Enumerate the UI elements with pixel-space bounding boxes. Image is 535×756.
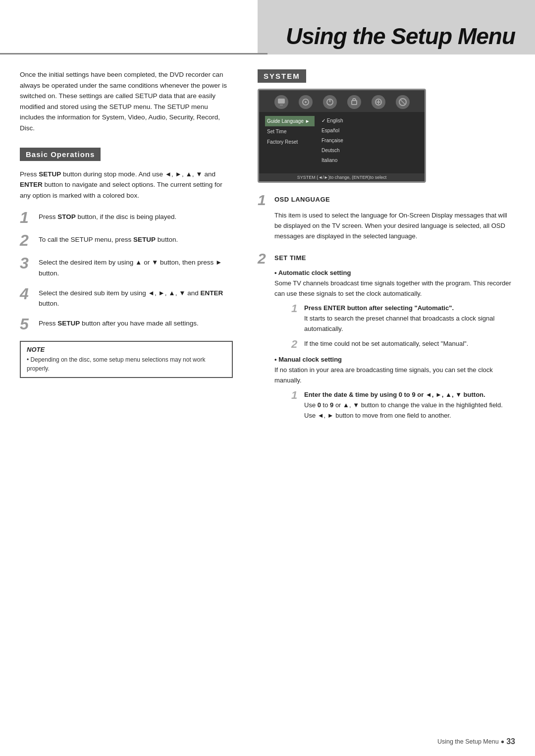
svg-point-3 bbox=[305, 101, 307, 103]
auto-sub-text-1: Press ENTER button after selecting "Auto… bbox=[304, 303, 515, 334]
system-header: SYSTEM bbox=[258, 69, 306, 83]
auto-sub-step-1: 1 Press ENTER button after selecting "Au… bbox=[291, 303, 515, 334]
tv-lang-italiano: Italiano bbox=[320, 156, 419, 165]
step-num-5: 5 bbox=[20, 316, 34, 332]
auto-sub-text-2: If the time could not be set automatical… bbox=[304, 339, 468, 349]
auto-sub-steps: 1 Press ENTER button after selecting "Au… bbox=[291, 303, 515, 350]
footer-dot: ● bbox=[501, 738, 505, 745]
tv-icon-5 bbox=[372, 95, 385, 109]
basic-ops-header: Basic Operations bbox=[20, 148, 101, 161]
footer-page: 33 bbox=[506, 737, 515, 746]
manual-sub-step-1: 1 Enter the date & time by using 0 to 9 … bbox=[291, 390, 515, 421]
osd-body: This item is used to select the language… bbox=[274, 211, 515, 241]
note-content: • Depending on the disc, some setup menu… bbox=[27, 355, 226, 373]
manual-sub-steps: 1 Enter the date & time by using 0 to 9 … bbox=[291, 390, 515, 421]
tv-menu-area: Guide Language ► Set Time Factory Reset … bbox=[259, 112, 425, 169]
right-column: SYSTEM bbox=[248, 69, 515, 431]
tv-menu-right: English Español Française Deutsch Italia… bbox=[320, 116, 419, 165]
auto-clock-title: Automatic clock setting bbox=[274, 269, 515, 276]
tv-screen: Guide Language ► Set Time Factory Reset … bbox=[258, 89, 426, 183]
manual-sub-num-1: 1 bbox=[291, 390, 300, 401]
set-time-section: 2 SET TIME Automatic clock setting Some … bbox=[258, 251, 515, 421]
tv-lang-deutsch: Deutsch bbox=[320, 146, 419, 156]
tv-icon-6 bbox=[396, 95, 410, 109]
auto-sub-step-2: 2 If the time could not be set automatic… bbox=[291, 339, 515, 350]
svg-line-11 bbox=[401, 100, 405, 104]
svg-rect-0 bbox=[278, 99, 285, 104]
auto-clock-body: Some TV channels broadcast time signals … bbox=[274, 278, 515, 299]
set-time-num: 2 bbox=[258, 251, 269, 266]
tv-lang-espanol: Español bbox=[320, 126, 419, 136]
step-num-1: 1 bbox=[20, 210, 34, 225]
main-content: Once the initial settings have been comp… bbox=[0, 54, 535, 445]
tv-lang-english: English bbox=[320, 116, 419, 126]
step-num-3: 3 bbox=[20, 255, 34, 271]
step-text-5: Press SETUP button after you have made a… bbox=[39, 316, 199, 329]
steps-list: 1 Press STOP button, if the disc is bein… bbox=[20, 210, 233, 331]
step-text-3: Select the desired item by using ▲ or ▼ … bbox=[39, 255, 233, 278]
set-time-title: SET TIME bbox=[274, 251, 306, 262]
tv-status-bar: SYSTEM (◄/►)to change, (ENTER)to select bbox=[259, 173, 425, 181]
page-footer: Using the Setup Menu ● 33 bbox=[20, 737, 515, 746]
osd-language-header: 1 OSD LANGUAGE bbox=[258, 193, 515, 208]
tv-icons-row bbox=[259, 90, 425, 112]
manual-clock-body: If no station in your area are broadcast… bbox=[274, 365, 515, 386]
intro-paragraph: Once the initial settings have been comp… bbox=[20, 69, 233, 134]
manual-sub-text-1: Enter the date & time by using 0 to 9 or… bbox=[304, 390, 503, 421]
svg-rect-1 bbox=[280, 105, 283, 106]
set-time-header: 2 SET TIME bbox=[258, 251, 515, 266]
step-item-5: 5 Press SETUP button after you have made… bbox=[20, 316, 233, 332]
header-line bbox=[0, 53, 268, 54]
svg-rect-6 bbox=[352, 101, 357, 105]
step-item-4: 4 Select the desired sub item by using ◄… bbox=[20, 286, 233, 309]
footer-label: Using the Setup Menu bbox=[437, 738, 499, 745]
step-text-1: Press STOP button, if the disc is being … bbox=[39, 210, 176, 222]
page-title: Using the Setup Menu bbox=[286, 23, 515, 50]
osd-title: OSD LANGUAGE bbox=[274, 193, 330, 203]
tv-menu-item-guide: Guide Language ► bbox=[265, 116, 315, 126]
step-text-4: Select the desired sub item by using ◄, … bbox=[39, 286, 233, 309]
osd-language-section: 1 OSD LANGUAGE This item is used to sele… bbox=[258, 193, 515, 241]
osd-num: 1 bbox=[258, 193, 269, 208]
auto-sub-num-1: 1 bbox=[291, 303, 300, 314]
tv-icon-2 bbox=[299, 95, 313, 109]
step-item-3: 3 Select the desired item by using ▲ or … bbox=[20, 255, 233, 278]
basic-operations-section: Basic Operations Press SETUP button duri… bbox=[20, 148, 233, 378]
tv-icon-3 bbox=[323, 95, 337, 109]
basic-ops-description: Press SETUP button during stop mode. And… bbox=[20, 169, 233, 201]
page-header: Using the Setup Menu bbox=[0, 0, 535, 54]
auto-sub-num-2: 2 bbox=[291, 339, 300, 350]
step-item-2: 2 To call the SETUP menu, press SETUP bu… bbox=[20, 232, 233, 248]
tv-menu-left: Guide Language ► Set Time Factory Reset bbox=[265, 116, 315, 165]
step-num-4: 4 bbox=[20, 286, 34, 302]
manual-clock-section: Manual clock setting If no station in yo… bbox=[274, 356, 515, 421]
manual-clock-title: Manual clock setting bbox=[274, 356, 515, 363]
note-title: NOTE bbox=[27, 346, 226, 353]
left-column: Once the initial settings have been comp… bbox=[20, 69, 233, 431]
tv-icon-4 bbox=[347, 95, 361, 109]
tv-menu-item-settime: Set Time bbox=[265, 126, 315, 137]
step-text-2: To call the SETUP menu, press SETUP butt… bbox=[39, 232, 178, 245]
tv-lang-francaise: Française bbox=[320, 136, 419, 146]
step-num-2: 2 bbox=[20, 232, 34, 248]
note-box: NOTE • Depending on the disc, some setup… bbox=[20, 341, 233, 378]
tv-icon-1 bbox=[274, 95, 288, 109]
tv-menu-item-factory: Factory Reset bbox=[265, 137, 315, 147]
auto-clock-section: Automatic clock setting Some TV channels… bbox=[274, 269, 515, 350]
step-item-1: 1 Press STOP button, if the disc is bein… bbox=[20, 210, 233, 225]
